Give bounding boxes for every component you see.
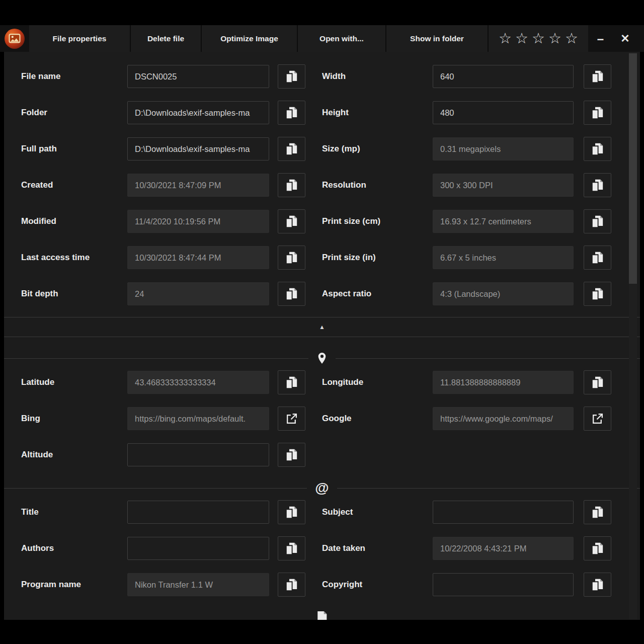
field-print-size-in[interactable] bbox=[433, 246, 574, 269]
copy-button-height[interactable] bbox=[584, 101, 611, 125]
copy-button-file-name[interactable] bbox=[278, 64, 305, 89]
copy-button-last-access-time[interactable] bbox=[278, 246, 305, 270]
field-resolution[interactable] bbox=[433, 174, 574, 197]
copy-button-print-size-in[interactable] bbox=[584, 246, 611, 270]
app-logo-icon[interactable] bbox=[0, 25, 29, 52]
open-link-button-google[interactable] bbox=[584, 407, 611, 431]
field-title[interactable] bbox=[127, 501, 269, 524]
field-cell-last-access-time bbox=[127, 246, 278, 269]
copy-button-size-mp[interactable] bbox=[584, 137, 611, 161]
copy-icon bbox=[591, 287, 604, 301]
field-cell-resolution bbox=[433, 174, 584, 197]
label-latitude: Latitude bbox=[21, 377, 127, 387]
label-bing: Bing bbox=[21, 414, 127, 424]
field-copyright[interactable] bbox=[433, 573, 574, 596]
metadata-section-divider: @ bbox=[4, 476, 640, 500]
copy-button-modified[interactable] bbox=[278, 209, 305, 233]
field-program-name[interactable] bbox=[127, 573, 269, 596]
label-width: Width bbox=[322, 71, 433, 82]
copy-button-width[interactable] bbox=[584, 64, 611, 89]
field-cell-program-name bbox=[127, 573, 278, 596]
copy-icon bbox=[591, 142, 604, 156]
copy-button-bit-depth[interactable] bbox=[278, 282, 305, 306]
toolbar-button-file-properties[interactable]: File properties bbox=[29, 25, 130, 52]
field-latitude[interactable] bbox=[127, 371, 269, 394]
copy-button-altitude[interactable] bbox=[278, 443, 305, 467]
field-print-size-cm[interactable] bbox=[433, 210, 574, 233]
close-button[interactable]: ✕ bbox=[613, 25, 637, 52]
next-section-icon bbox=[314, 610, 330, 620]
copy-button-authors[interactable] bbox=[278, 536, 305, 560]
rating-star-1-icon[interactable]: ☆ bbox=[499, 31, 512, 46]
field-file-name[interactable] bbox=[127, 65, 269, 88]
copy-button-resolution[interactable] bbox=[584, 173, 611, 197]
collapse-arrow-icon: ▲ bbox=[319, 324, 325, 330]
field-date-taken[interactable] bbox=[433, 537, 574, 560]
copy-button-aspect-ratio[interactable] bbox=[584, 282, 611, 306]
field-cell-modified bbox=[127, 210, 278, 233]
label-height: Height bbox=[322, 108, 433, 118]
label-print-size-in: Print size (in) bbox=[322, 253, 433, 263]
field-bing[interactable] bbox=[127, 407, 269, 430]
field-google[interactable] bbox=[433, 407, 574, 430]
copy-icon bbox=[285, 376, 298, 389]
field-full-path[interactable] bbox=[127, 137, 269, 160]
copy-icon bbox=[591, 106, 604, 120]
field-cell-folder bbox=[127, 101, 278, 124]
rating-star-2-icon[interactable]: ☆ bbox=[515, 31, 528, 46]
toolbar-button-optimize-image[interactable]: Optimize Image bbox=[201, 25, 297, 52]
copy-button-print-size-cm[interactable] bbox=[584, 209, 611, 233]
copy-button-created[interactable] bbox=[278, 173, 305, 197]
field-cell-full-path bbox=[127, 137, 278, 160]
field-authors[interactable] bbox=[127, 537, 269, 560]
copy-button-longitude[interactable] bbox=[584, 370, 611, 394]
metadata-grid: Title Subject Authors Date taken Program… bbox=[21, 500, 640, 597]
field-cell-file-name bbox=[127, 65, 278, 88]
copy-icon bbox=[591, 376, 604, 389]
toolbar-button-show-in-folder[interactable]: Show in folder bbox=[385, 25, 488, 52]
open-link-button-bing[interactable] bbox=[278, 407, 305, 431]
at-icon: @ bbox=[315, 481, 329, 495]
field-longitude[interactable] bbox=[433, 371, 574, 394]
copy-icon bbox=[285, 251, 298, 265]
copy-button-date-taken[interactable] bbox=[584, 536, 611, 560]
field-created[interactable] bbox=[127, 174, 269, 197]
copy-button-latitude[interactable] bbox=[278, 370, 305, 394]
toolbar-button-group: File propertiesDelete fileOptimize Image… bbox=[29, 25, 488, 52]
copy-button-folder[interactable] bbox=[278, 101, 305, 125]
field-bit-depth[interactable] bbox=[127, 282, 269, 305]
copy-button-program-name[interactable] bbox=[278, 573, 305, 597]
copy-button-full-path[interactable] bbox=[278, 137, 305, 161]
field-altitude[interactable] bbox=[127, 443, 269, 466]
field-aspect-ratio[interactable] bbox=[433, 282, 574, 305]
label-bit-depth: Bit depth bbox=[21, 289, 127, 299]
field-height[interactable] bbox=[433, 101, 574, 124]
label-title: Title bbox=[21, 507, 127, 517]
rating-star-4-icon[interactable]: ☆ bbox=[548, 31, 561, 46]
field-cell-print-size-in bbox=[433, 246, 584, 269]
field-width[interactable] bbox=[433, 65, 574, 88]
field-cell-width bbox=[433, 65, 584, 88]
minimize-button[interactable]: – bbox=[588, 25, 613, 52]
toolbar-button-delete-file[interactable]: Delete file bbox=[130, 25, 201, 52]
label-longitude: Longitude bbox=[322, 377, 433, 387]
rating-star-3-icon[interactable]: ☆ bbox=[532, 31, 545, 46]
field-cell-copyright bbox=[433, 573, 584, 596]
scrollbar-thumb[interactable] bbox=[629, 53, 637, 284]
rating-star-5-icon[interactable]: ☆ bbox=[565, 31, 578, 46]
copy-button-copyright[interactable] bbox=[584, 573, 611, 597]
collapse-section-toggle[interactable]: ▲ bbox=[4, 317, 640, 337]
copy-button-title[interactable] bbox=[278, 500, 305, 524]
field-last-access-time[interactable] bbox=[127, 246, 269, 269]
field-cell-height bbox=[433, 101, 584, 124]
field-modified[interactable] bbox=[127, 210, 269, 233]
field-subject[interactable] bbox=[433, 501, 574, 524]
copy-icon bbox=[591, 215, 604, 228]
copy-button-subject[interactable] bbox=[584, 500, 611, 524]
field-size-mp[interactable] bbox=[433, 137, 574, 160]
toolbar-button-open-with[interactable]: Open with... bbox=[297, 25, 385, 52]
label-created: Created bbox=[21, 180, 127, 190]
field-cell-authors bbox=[127, 537, 278, 560]
field-folder[interactable] bbox=[127, 101, 269, 124]
rating-stars: ☆☆☆☆☆ bbox=[488, 25, 588, 52]
